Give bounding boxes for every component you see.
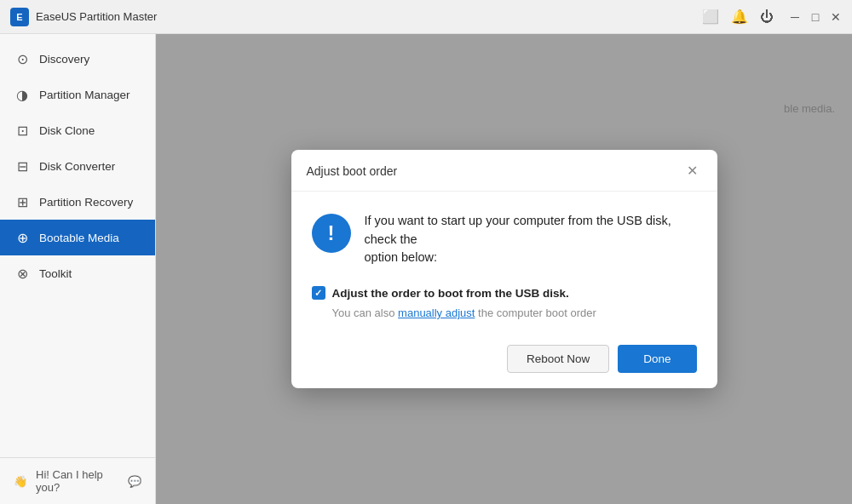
sidebar-item-partition-manager[interactable]: ◑ Partition Manager xyxy=(0,77,155,112)
main-content: ble media. Adjust boot order ✕ ! If you … xyxy=(156,34,852,504)
app-body: ⊙ Discovery ◑ Partition Manager ⊡ Disk C… xyxy=(0,34,852,504)
app-logo: E xyxy=(10,8,29,26)
info-exclamation: ! xyxy=(328,223,335,243)
sub-text-prefix: You can also xyxy=(332,306,399,319)
sidebar-label-disk-clone: Disk Clone xyxy=(39,124,95,137)
dialog-info-row: ! If you want to start up your computer … xyxy=(312,212,697,267)
toolkit-icon: ⊗ xyxy=(14,265,31,282)
dialog-message-line1: If you want to start up your computer fr… xyxy=(365,214,671,246)
sidebar-item-disk-clone[interactable]: ⊡ Disk Clone xyxy=(0,112,155,148)
dialog-header: Adjust boot order ✕ xyxy=(291,150,717,192)
bookmark-icon[interactable]: ⬜ xyxy=(702,9,719,25)
sidebar-label-partition-recovery: Partition Recovery xyxy=(39,196,133,209)
minimize-button[interactable]: ─ xyxy=(789,11,801,23)
title-bar-icons: ⬜ 🔔 ⏻ xyxy=(702,9,774,25)
manually-adjust-link[interactable]: manually adjust xyxy=(398,306,475,319)
sidebar-item-partition-recovery[interactable]: ⊞ Partition Recovery xyxy=(0,184,155,220)
dialog-message: If you want to start up your computer fr… xyxy=(365,212,697,267)
dialog-close-button[interactable]: ✕ xyxy=(683,162,702,180)
disk-clone-icon: ⊡ xyxy=(14,122,31,139)
help-text: Hi! Can I help you? xyxy=(36,468,119,494)
power-icon[interactable]: ⏻ xyxy=(760,9,774,25)
dialog-overlay: Adjust boot order ✕ ! If you want to sta… xyxy=(156,34,852,504)
sidebar-item-discovery[interactable]: ⊙ Discovery xyxy=(0,41,155,77)
sidebar-label-bootable-media: Bootable Media xyxy=(39,232,119,244)
sidebar-label-disk-converter: Disk Converter xyxy=(39,160,115,173)
partition-recovery-icon: ⊞ xyxy=(14,193,31,210)
bell-icon[interactable]: 🔔 xyxy=(731,9,748,25)
partition-manager-icon: ◑ xyxy=(14,86,31,103)
close-button[interactable]: ✕ xyxy=(830,11,842,23)
sidebar-item-toolkit[interactable]: ⊗ Toolkit xyxy=(0,255,155,291)
dialog-body: ! If you want to start up your computer … xyxy=(291,192,717,333)
done-button[interactable]: Done xyxy=(618,345,696,373)
dialog-footer: Reboot Now Done xyxy=(291,333,717,388)
disk-converter-icon: ⊟ xyxy=(14,158,31,175)
reboot-now-button[interactable]: Reboot Now xyxy=(507,345,609,373)
checkbox-row: Adjust the order to boot from the USB di… xyxy=(312,286,697,300)
sidebar-bottom: 👋 Hi! Can I help you? 💬 xyxy=(0,457,155,504)
app-title: EaseUS Partition Master xyxy=(36,10,702,23)
sidebar-item-bootable-media[interactable]: ⊕ Bootable Media xyxy=(0,220,155,255)
checkbox-label: Adjust the order to boot from the USB di… xyxy=(332,287,569,300)
discovery-icon: ⊙ xyxy=(14,50,31,67)
sub-text: You can also manually adjust the compute… xyxy=(332,306,697,319)
adjust-boot-order-dialog: Adjust boot order ✕ ! If you want to sta… xyxy=(291,150,717,388)
maximize-button[interactable]: □ xyxy=(809,11,821,23)
sidebar: ⊙ Discovery ◑ Partition Manager ⊡ Disk C… xyxy=(0,34,156,504)
dialog-message-line2: option below: xyxy=(365,250,437,264)
info-icon-circle: ! xyxy=(312,214,351,253)
chat-icon[interactable]: 💬 xyxy=(128,475,141,488)
sidebar-label-partition-manager: Partition Manager xyxy=(39,89,130,101)
sidebar-item-disk-converter[interactable]: ⊟ Disk Converter xyxy=(0,148,155,184)
bootable-media-icon: ⊕ xyxy=(14,229,31,246)
help-emoji: 👋 xyxy=(14,475,27,488)
sidebar-label-toolkit: Toolkit xyxy=(39,267,72,280)
window-controls: ─ □ ✕ xyxy=(789,11,842,23)
adjust-boot-checkbox[interactable] xyxy=(312,286,325,300)
sub-text-suffix: the computer boot order xyxy=(475,306,596,319)
sidebar-label-discovery: Discovery xyxy=(39,53,89,66)
dialog-title: Adjust boot order xyxy=(307,164,398,178)
title-bar: E EaseUS Partition Master ⬜ 🔔 ⏻ ─ □ ✕ xyxy=(0,0,852,34)
